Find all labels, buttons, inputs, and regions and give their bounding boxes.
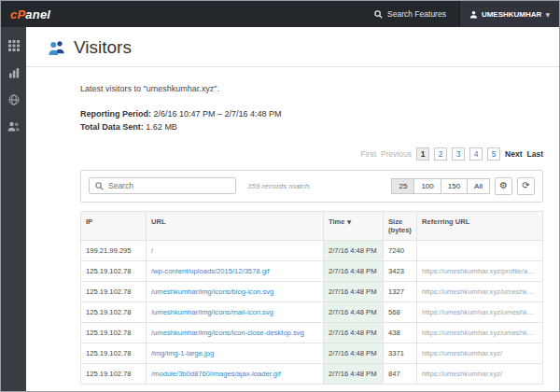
time-cell: 2/7/16 4:48 PM bbox=[324, 240, 384, 260]
refresh-icon: ⟳ bbox=[522, 181, 529, 190]
pagination-page-4[interactable]: 4 bbox=[469, 147, 483, 161]
url-cell: /wp-content/uploads/2015/12/3578.gif bbox=[147, 260, 324, 281]
topbar: cPanel Search Features UMESHKUMHAR ▼ bbox=[1, 1, 559, 27]
pagination-first[interactable]: First bbox=[360, 149, 376, 159]
column-header-time[interactable]: Time ▼ bbox=[324, 211, 384, 240]
page-size-25-button[interactable]: 25 bbox=[391, 178, 414, 194]
logo-suffix: anel bbox=[25, 7, 50, 21]
globe-icon bbox=[8, 92, 20, 108]
visited-url-link[interactable]: /wp-content/uploads/2015/12/3578.gif bbox=[151, 267, 270, 275]
size-cell: 3371 bbox=[384, 343, 417, 363]
ip-cell: 125.19.102.78 bbox=[81, 301, 147, 322]
referring-url-cell: https://umeshkumhar.xyz/umeshkumhar/css/… bbox=[417, 322, 543, 343]
users-icon bbox=[7, 119, 20, 134]
ip-cell: 125.19.102.78 bbox=[81, 363, 147, 384]
data-sent-label: Total Data Sent: bbox=[80, 122, 144, 132]
column-header-url[interactable]: URL bbox=[147, 211, 324, 240]
url-cell: /module/3b0d8760/images/ajax-loader.gif bbox=[147, 363, 324, 384]
reporting-period-value: 2/6/16 10:47 PM – 2/7/16 4:48 PM bbox=[154, 109, 282, 119]
time-cell: 2/7/16 4:48 PM bbox=[324, 322, 384, 343]
visited-url-link[interactable]: /module/3b0d8760/images/ajax-loader.gif bbox=[151, 370, 281, 378]
ip-cell: 125.19.102.78 bbox=[81, 322, 147, 343]
search-input[interactable] bbox=[108, 181, 230, 190]
url-cell: / bbox=[147, 240, 324, 260]
gear-icon: ⚙ bbox=[499, 181, 508, 190]
column-header-referring-url[interactable]: Referring URL bbox=[417, 211, 543, 240]
topbar-right: Search Features UMESHKUMHAR ▼ bbox=[361, 1, 559, 27]
size-cell: 847 bbox=[384, 363, 417, 384]
time-cell: 2/7/16 4:48 PM bbox=[324, 363, 384, 384]
visitors-icon bbox=[49, 40, 65, 55]
search-features-button[interactable]: Search Features bbox=[361, 9, 459, 19]
ip-cell: 125.19.102.78 bbox=[81, 281, 147, 301]
visitors-table-body: 199.21.99.295/2/7/16 4:48 PM7240125.19.1… bbox=[81, 240, 543, 384]
table-row: 125.19.102.78/img/img-1-large.jpg2/7/16 … bbox=[81, 343, 543, 363]
search-icon bbox=[374, 10, 383, 19]
data-sent-value: 1.62 MB bbox=[146, 122, 177, 132]
table-row: 199.21.99.295/2/7/16 4:48 PM7240 bbox=[81, 240, 543, 260]
visited-url-link[interactable]: /img/img-1-large.jpg bbox=[151, 349, 214, 357]
page-size-100-button[interactable]: 100 bbox=[413, 178, 441, 194]
reporting-period-label: Reporting Period: bbox=[80, 109, 151, 119]
refresh-button[interactable]: ⟳ bbox=[517, 177, 535, 195]
pagination-page-2[interactable]: 2 bbox=[434, 147, 447, 161]
url-cell: /umeshkumhar/img/icons/blog-icon.svg bbox=[147, 281, 324, 301]
column-header-size[interactable]: Size (bytes) bbox=[384, 211, 417, 240]
column-label: Time bbox=[329, 217, 345, 226]
visited-url-link[interactable]: /umeshkumhar/img/icons/mail-icon.svg bbox=[151, 308, 273, 316]
user-icon bbox=[469, 10, 478, 19]
sidebar-item-visitors[interactable] bbox=[7, 121, 20, 132]
user-menu[interactable]: UMESHKUMHAR ▼ bbox=[459, 1, 559, 27]
size-cell: 1327 bbox=[384, 281, 417, 301]
pagination-page-1[interactable]: 1 bbox=[416, 147, 429, 161]
content: Latest visitors to "umeshkumhar.xyz". Re… bbox=[26, 67, 559, 385]
time-cell: 2/7/16 4:48 PM bbox=[324, 281, 384, 301]
pagination-last[interactable]: Last bbox=[527, 149, 543, 159]
report-meta: Reporting Period: 2/6/16 10:47 PM – 2/7/… bbox=[80, 108, 543, 134]
sidebar-item-home[interactable] bbox=[8, 40, 20, 51]
sidebar-item-domains[interactable] bbox=[8, 94, 20, 105]
toolbar-right: 25 100 150 All ⚙ ⟳ bbox=[392, 177, 535, 195]
referring-url-cell: https://umeshkumhar.xyz/ bbox=[417, 363, 543, 384]
visited-url-link[interactable]: / bbox=[151, 246, 153, 255]
page-header: Visitors bbox=[26, 27, 559, 67]
pagination-previous[interactable]: Previous bbox=[381, 149, 412, 159]
column-label: URL bbox=[151, 217, 166, 226]
sidebar bbox=[1, 27, 26, 392]
layout: Visitors Latest visitors to "umeshkumhar… bbox=[1, 27, 559, 392]
pagination-page-3[interactable]: 3 bbox=[452, 147, 465, 161]
latest-visitors-text: Latest visitors to "umeshkumhar.xyz". bbox=[80, 84, 543, 93]
time-cell: 2/7/16 4:48 PM bbox=[324, 343, 384, 363]
table-header-row: IP URL Time ▼ Size (bytes) Referring URL bbox=[81, 211, 543, 240]
size-cell: 7240 bbox=[384, 240, 417, 260]
pagination-next[interactable]: Next bbox=[505, 149, 522, 159]
search-features-label: Search Features bbox=[387, 9, 446, 19]
logo-prefix: cP bbox=[10, 7, 25, 21]
referring-url-cell: https://umeshkumhar.xyz/ bbox=[417, 343, 543, 363]
referring-url-cell: https://umeshkumhar.xyz/profile/admin-aj… bbox=[417, 260, 543, 281]
url-cell: /img/img-1-large.jpg bbox=[147, 343, 324, 363]
column-label: Referring URL bbox=[422, 217, 469, 226]
referring-url-cell: https://umeshkumhar.xyz/umeshkumhar/css/… bbox=[417, 301, 543, 322]
size-cell: 3423 bbox=[384, 260, 417, 281]
grid-icon bbox=[8, 38, 20, 54]
referring-url-cell: https://umeshkumhar.xyz/umeshkumhar/css/… bbox=[417, 281, 543, 301]
visitors-table: IP URL Time ▼ Size (bytes) Referring URL… bbox=[80, 211, 543, 385]
table-row: 125.19.102.78/wp-content/uploads/2015/12… bbox=[81, 260, 543, 281]
visited-url-link[interactable]: /umeshkumhar/img/icons/blog-icon.svg bbox=[151, 287, 273, 296]
visited-url-link[interactable]: /umeshkumhar/img/icons/icon-close-deskto… bbox=[151, 329, 304, 337]
url-cell: /umeshkumhar/img/icons/mail-icon.svg bbox=[147, 301, 324, 322]
cpanel-logo[interactable]: cPanel bbox=[10, 7, 50, 21]
settings-button[interactable]: ⚙ bbox=[495, 177, 512, 195]
page-size-150-button[interactable]: 150 bbox=[441, 178, 468, 194]
table-search-box[interactable] bbox=[89, 177, 236, 194]
pagination-page-5[interactable]: 5 bbox=[487, 147, 500, 161]
sidebar-item-statistics[interactable] bbox=[8, 67, 20, 78]
referring-url-cell bbox=[417, 240, 543, 260]
ip-cell: 199.21.99.295 bbox=[81, 240, 147, 260]
page-size-all-button[interactable]: All bbox=[467, 178, 490, 194]
chevron-down-icon: ▼ bbox=[545, 11, 550, 18]
column-header-ip[interactable]: IP bbox=[81, 211, 147, 240]
records-match-text: 359 records match. bbox=[247, 182, 311, 190]
ip-cell: 125.19.102.78 bbox=[81, 343, 147, 363]
